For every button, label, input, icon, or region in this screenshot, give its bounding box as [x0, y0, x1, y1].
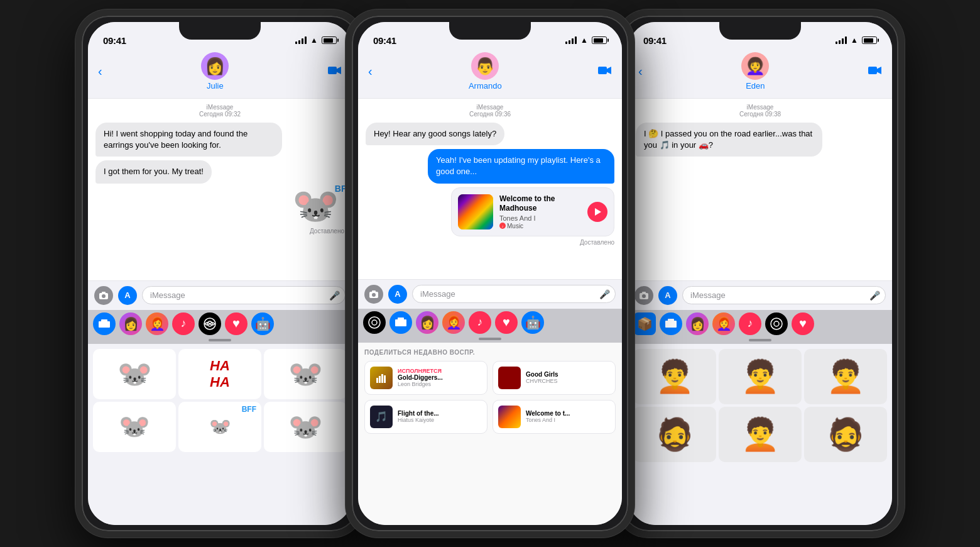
memoji-3-4[interactable]: 🧔 — [633, 407, 716, 462]
msg-input-3[interactable]: iMessage 🎤 — [682, 286, 886, 304]
music-service-2: ♪ Music — [499, 223, 581, 229]
music-item-2-3[interactable]: 🎵 Flight of the... Hiatus Kaiyote — [364, 400, 487, 434]
sticker-item-6[interactable]: 🐭 — [264, 402, 347, 452]
app-icon-1-5[interactable] — [199, 312, 221, 335]
music-item-artist-2-2: CHVRCHES — [526, 378, 610, 384]
mic-icon-3: 🎤 — [869, 290, 880, 301]
msg-bubble-2-2: Yeah! I've been updating my playlist. He… — [428, 149, 614, 183]
battery-2 — [592, 36, 607, 44]
app-strip-3: 📦 👩 👩‍🦰 ♪ — [628, 310, 892, 338]
svg-rect-13 — [372, 290, 376, 292]
memoji-3-1[interactable]: 🧑‍🦱 — [633, 349, 716, 404]
camera-btn-1[interactable] — [94, 286, 113, 305]
album-2-3: 🎵 — [370, 406, 393, 428]
back-btn-1[interactable]: ‹ — [98, 64, 102, 79]
sticker-item-4[interactable]: 🐭 — [93, 402, 176, 452]
svg-rect-0 — [328, 67, 337, 74]
svg-point-14 — [369, 317, 380, 328]
svg-rect-16 — [395, 319, 406, 326]
music-info-2-2: Good Girls CHVRCHES — [526, 371, 610, 384]
music-info-2: Welcome to the Madhouse Tones And I ♪ Mu… — [499, 194, 581, 229]
app-icon-3-4[interactable]: 👩‍🦰 — [712, 312, 735, 335]
app-icon-1-2[interactable]: 👩 — [119, 312, 142, 335]
contact-area-3: 👩‍🦱 Eden — [741, 52, 769, 91]
status-icons-1: ▲ — [295, 36, 337, 45]
app-icon-1-7[interactable]: 🤖 — [251, 312, 274, 335]
sticker-panel-1: 🐭 HAHA 🐭 🐭 🐭 BFF 🐭 — [88, 344, 352, 526]
app-icon-2-7[interactable]: 🤖 — [521, 311, 544, 334]
app-icon-1-1[interactable] — [93, 312, 116, 335]
contact-name-2[interactable]: Armando — [469, 81, 502, 91]
mic-icon-2: 🎤 — [599, 289, 610, 299]
music-item-2-4[interactable]: Welcome to t... Tones And I — [493, 400, 616, 434]
video-btn-1[interactable] — [328, 64, 342, 79]
app-icon-2-4[interactable]: 👩‍🦰 — [442, 311, 465, 334]
avatar-1[interactable]: 👩 — [201, 52, 229, 80]
svg-rect-8 — [598, 67, 607, 74]
sticker-item-1[interactable]: 🐭 — [93, 349, 176, 399]
status-icons-3: ▲ — [836, 36, 877, 45]
msg-input-2[interactable]: iMessage 🎤 — [412, 285, 616, 303]
apps-btn-1[interactable]: A — [118, 286, 137, 305]
memoji-3-3[interactable]: 🧑‍🦱 — [804, 349, 887, 404]
phone-1-frame: 09:41 ▲ ‹ — [75, 9, 364, 538]
music-info-2-1: ИСПОЛНЯЕТСЯ Gold-Diggers... Leon Bridges — [398, 368, 482, 387]
sticker-item-3[interactable]: 🐭 — [264, 349, 347, 399]
app-icon-1-6[interactable]: ♥ — [225, 312, 248, 335]
camera-btn-2[interactable] — [364, 285, 383, 304]
status-icons-2: ▲ — [565, 36, 607, 45]
music-item-title-2-3: Flight of the... — [398, 410, 482, 417]
back-btn-3[interactable]: ‹ — [638, 64, 643, 79]
msg-bubble-3-1: I 🤔 I passed you on the road earlier...w… — [636, 123, 822, 157]
app-icon-3-5[interactable]: ♪ — [739, 312, 761, 335]
back-btn-2[interactable]: ‹ — [368, 64, 373, 79]
sticker-item-5[interactable]: 🐭 BFF — [178, 402, 261, 452]
memoji-grid-3: 🧑‍🦱 🧑‍🦱 🧑‍🦱 🧔 🧑‍🦱 🧔 — [633, 349, 887, 462]
app-icon-1-4[interactable]: ♪ — [172, 312, 195, 335]
memoji-3-6[interactable]: 🧔 — [804, 407, 887, 462]
delivered-1: Доставлено — [310, 228, 344, 235]
battery-1 — [322, 36, 337, 44]
svg-text:♪: ♪ — [502, 224, 504, 228]
app-icon-3-3[interactable]: 👩 — [686, 312, 709, 335]
music-item-2-2[interactable]: Good Girls CHVRCHES — [493, 361, 616, 395]
video-btn-3[interactable] — [868, 64, 882, 79]
imessage-label-3: iMessage Сегодня 09:38 — [636, 104, 885, 118]
svg-rect-3 — [102, 292, 106, 294]
app-icon-2-6[interactable]: ♥ — [495, 311, 518, 334]
svg-rect-5 — [101, 319, 107, 322]
memoji-3-2[interactable]: 🧑‍🦱 — [719, 349, 802, 404]
svg-point-15 — [372, 320, 377, 325]
memoji-3-5[interactable]: 🧑‍🦱 — [719, 407, 802, 462]
app-icon-3-1[interactable]: 📦 — [633, 312, 656, 335]
app-icon-2-1[interactable] — [363, 311, 386, 334]
camera-btn-3[interactable] — [634, 286, 653, 305]
app-icon-3-2[interactable] — [660, 312, 682, 335]
app-strip-2: 👩 👩‍🦰 ♪ ♥ 🤖 — [358, 309, 622, 336]
video-btn-2[interactable] — [598, 64, 612, 79]
music-item-2-1[interactable]: ИСПОЛНЯЕТСЯ Gold-Diggers... Leon Bridges — [364, 361, 487, 395]
music-panel-2: ПОДЕЛИТЬСЯ НЕДАВНО ВОСПР. ИСПОЛНЯЕТСЯ Go… — [358, 343, 622, 526]
contact-area-1: 👩 Julie — [201, 52, 229, 91]
app-icon-1-3[interactable]: 👩‍🦰 — [146, 312, 168, 335]
app-icon-2-3[interactable]: 👩 — [416, 311, 438, 334]
apps-btn-2[interactable]: A — [388, 285, 407, 304]
contact-name-3[interactable]: Eden — [746, 81, 765, 91]
contact-name-1[interactable]: Julie — [207, 81, 224, 91]
msg-input-1[interactable]: iMessage 🎤 — [142, 286, 346, 304]
app-icon-2-5[interactable]: ♪ — [469, 311, 491, 334]
avatar-3[interactable]: 👩‍🦱 — [741, 52, 769, 80]
sticker-item-2[interactable]: HAHA — [178, 349, 261, 399]
phone-2-wrapper: 09:41 ▲ ‹ — [346, 9, 634, 538]
contact-area-2: 👨 Armando — [469, 52, 502, 91]
avatar-2[interactable]: 👨 — [471, 52, 499, 80]
apps-btn-3[interactable]: A — [658, 286, 677, 305]
app-icon-3-7[interactable]: ♥ — [792, 312, 814, 335]
music-info-2-4: Welcome to t... Tones And I — [526, 410, 610, 423]
svg-rect-20 — [381, 374, 383, 383]
phone-2-frame: 09:41 ▲ ‹ — [346, 9, 634, 538]
app-icon-3-6[interactable] — [765, 312, 788, 335]
msg-bubble-2-1: Hey! Hear any good songs lately? — [366, 123, 504, 145]
play-btn-2[interactable] — [587, 202, 607, 222]
app-icon-2-2[interactable] — [389, 311, 412, 334]
